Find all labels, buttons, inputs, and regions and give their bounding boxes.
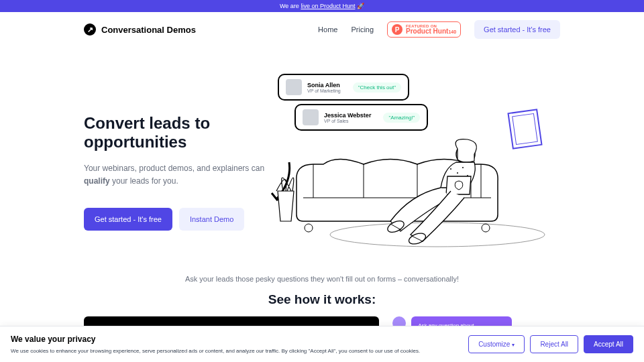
logo-icon xyxy=(84,23,96,36)
cookie-consent-bar: We value your privacy We use cookies to … xyxy=(0,326,644,362)
product-hunt-badge[interactable]: P FEATURED ON Product Hunt140 xyxy=(387,21,461,38)
instant-demo-button[interactable]: Instant Demo xyxy=(179,208,244,231)
nav-pricing[interactable]: Pricing xyxy=(351,25,374,34)
svg-point-6 xyxy=(462,167,464,168)
cookie-reject-button[interactable]: Reject All xyxy=(530,335,578,353)
section-subtitle: Ask your leads those pesky questions the… xyxy=(84,275,560,283)
chat-card: Jessica Webster VP of Sales "Amazing!" xyxy=(294,104,428,131)
ph-icon: P xyxy=(392,24,402,35)
cookie-text: We use cookies to enhance your browsing … xyxy=(11,348,420,354)
couch-illustration xyxy=(274,127,560,248)
nav-home[interactable]: Home xyxy=(318,25,337,34)
nav: Home Pricing P FEATURED ON Product Hunt1… xyxy=(318,20,560,39)
banner-emoji: 🚀 xyxy=(357,3,364,9)
chat-card: Sonia Allen VP of Marketing "Check this … xyxy=(278,74,409,101)
hero-title: Convert leads to opportunities xyxy=(84,114,274,152)
hero-subtitle: Your webinars, product demos, and explai… xyxy=(84,162,274,188)
top-banner: We are live on Product Hunt 🚀 xyxy=(0,0,644,12)
banner-prefix: We are xyxy=(280,3,301,9)
logo[interactable]: Conversational Demos xyxy=(84,23,196,36)
header-cta-button[interactable]: Get started - It's free xyxy=(474,20,560,39)
cookie-accept-button[interactable]: Accept All xyxy=(584,335,633,353)
section-title: See how it works: xyxy=(84,292,560,307)
chevron-down-icon: ▾ xyxy=(512,342,515,348)
hero-illustration: Sonia Allen VP of Marketing "Check this … xyxy=(274,74,560,248)
svg-point-1 xyxy=(305,224,313,232)
avatar xyxy=(303,109,319,125)
brand-name: Conversational Demos xyxy=(101,25,196,35)
banner-link[interactable]: live on Product Hunt xyxy=(301,3,355,9)
svg-point-4 xyxy=(450,168,451,170)
cookie-title: We value your privacy xyxy=(11,335,420,344)
header: Conversational Demos Home Pricing P FEAT… xyxy=(0,12,644,47)
get-started-button[interactable]: Get started - It's free xyxy=(84,208,172,231)
avatar xyxy=(286,79,302,95)
hero-section: Convert leads to opportunities Your webi… xyxy=(0,47,644,268)
cookie-customize-button[interactable]: Customize▾ xyxy=(468,335,525,353)
svg-point-5 xyxy=(457,172,458,174)
svg-point-2 xyxy=(482,224,490,232)
